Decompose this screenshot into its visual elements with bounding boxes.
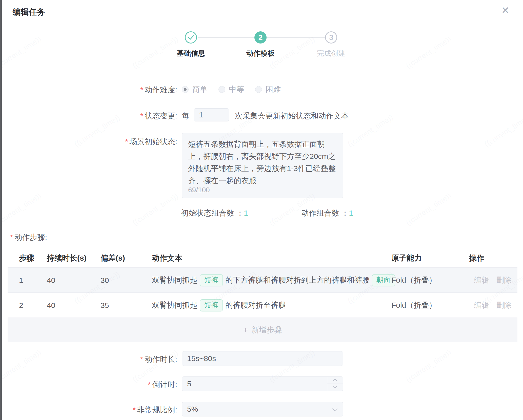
step-1-label: 基础信息 [160,49,221,58]
cell-deviation: 35 [100,293,109,318]
object-tag: 短裤 [200,274,223,286]
cell-duration: 40 [47,268,55,293]
countdown-input[interactable] [182,376,343,391]
table-header-row: 步骤 持续时长(s) 偏差(s) 动作文本 原子能力 操作 [8,247,517,268]
number-spinner [327,377,343,391]
step-1-circle [185,31,197,44]
object-tag: 短裤 [200,299,223,311]
delete-link[interactable]: 删除 [496,275,512,285]
col-header-step: 步骤 [19,253,34,263]
radio-circle [218,86,225,93]
select-value: 5% [182,402,343,416]
countdown-number-input [182,376,343,391]
step-3-circle: 3 [325,31,337,44]
dialog-title: 编辑任务 [13,7,45,18]
radio-circle [255,86,262,93]
col-header-actions: 操作 [469,253,484,263]
initial-state-textarea[interactable]: 短裤五条数据背面朝上，五条数据正面朝上，裤腰朝右，离头部视野下方至少20cm之外… [182,133,343,198]
duration-label: *动作时长: [140,354,177,365]
action-steps-label: *动作步骤: [10,232,47,243]
col-header-deviation: 偏差(s) [100,253,125,263]
cell-step: 2 [19,293,23,318]
chevron-down-icon [333,384,337,389]
char-counter: 69/100 [188,186,210,194]
state-change-suffix: 次采集会更新初始状态和动作文本 [235,111,349,121]
step-2-number: 2 [258,33,263,42]
state-change-prefix: 每 [182,111,189,121]
cell-action-text: 双臂协同抓起 短裤 的下方裤腿和裤腰对折到上方的裤腿和裤腰 朝向 [152,268,397,293]
stepper-connector-1 [198,37,254,38]
cell-action-text: 双臂协同抓起 短裤 的裤腰对折至裤腿 [152,293,286,318]
edit-task-dialog: 编辑任务 ✕ 2 3 基础信息 动作模板 完成创建 *动作难度: 简单 [0,0,523,420]
initial-state-label: *场景初始状态: [125,137,177,147]
state-change-input[interactable] [194,108,229,121]
col-header-ability: 原子能力 [391,253,422,263]
radio-option-medium[interactable]: 中等 [218,84,244,95]
cell-duration: 40 [47,293,55,318]
edit-link[interactable]: 编辑 [474,275,489,285]
table-row: 2 40 35 双臂协同抓起 短裤 的裤腰对折至裤腿 Fold（折叠） 编辑 删… [8,293,517,318]
step-3-label: 完成创建 [301,49,361,58]
check-icon [187,34,195,41]
increase-button[interactable] [327,377,343,384]
difficulty-radio-group: 简单 中等 困难 [182,84,281,95]
step-3-number: 3 [329,33,333,42]
col-header-duration: 持续时长(s) [47,253,87,263]
duration-input[interactable] [182,351,343,366]
action-combo-value: 1 [349,209,353,217]
cell-ability: Fold（折叠） [391,293,436,318]
cell-step: 1 [19,268,23,293]
stepper-connector-2 [267,37,325,38]
difficulty-label: *动作难度: [140,85,177,95]
required-asterisk: * [140,86,143,94]
cell-deviation: 30 [100,268,109,293]
dialog-header: 编辑任务 ✕ [2,0,523,22]
unusual-ratio-select[interactable]: 5% [182,402,343,416]
col-header-text: 动作文本 [152,253,182,263]
initial-state-text: 短裤五条数据背面朝上，五条数据正面朝上，裤腰朝右，离头部视野下方至少20cm之外… [188,138,337,187]
cell-actions: 编辑 删除 [474,268,512,293]
initial-combo-value: 1 [244,209,248,217]
cell-ability: Fold（折叠） [391,268,436,293]
step-2-circle: 2 [254,31,267,44]
page-background-edge [0,0,2,420]
table-row: 1 40 30 双臂协同抓起 短裤 的下方裤腿和裤腰对折到上方的裤腿和裤腰 朝向… [8,268,517,293]
countdown-label: *倒计时: [148,380,177,390]
initial-combo-count: 初始状态组合数 ：1 [181,208,248,218]
close-icon[interactable]: ✕ [501,6,509,15]
plus-icon: + [243,325,248,335]
chevron-up-icon [333,379,337,383]
cell-actions: 编辑 删除 [474,293,512,318]
decrease-button[interactable] [327,384,343,391]
action-combo-count: 动作组合数 ：1 [301,208,353,218]
radio-circle-selected [182,86,189,93]
delete-link[interactable]: 删除 [496,300,512,310]
state-change-label: *状态变更: [140,111,177,121]
step-2-label: 动作模板 [230,49,291,58]
unusual-ratio-label: *非常规比例: [133,405,177,415]
add-step-button[interactable]: + 新增步骤 [8,318,517,342]
edit-link[interactable]: 编辑 [474,300,489,310]
radio-option-hard[interactable]: 困难 [255,84,281,95]
radio-option-easy[interactable]: 简单 [182,84,207,95]
action-steps-table: 步骤 持续时长(s) 偏差(s) 动作文本 原子能力 操作 1 40 30 双臂… [8,247,517,342]
